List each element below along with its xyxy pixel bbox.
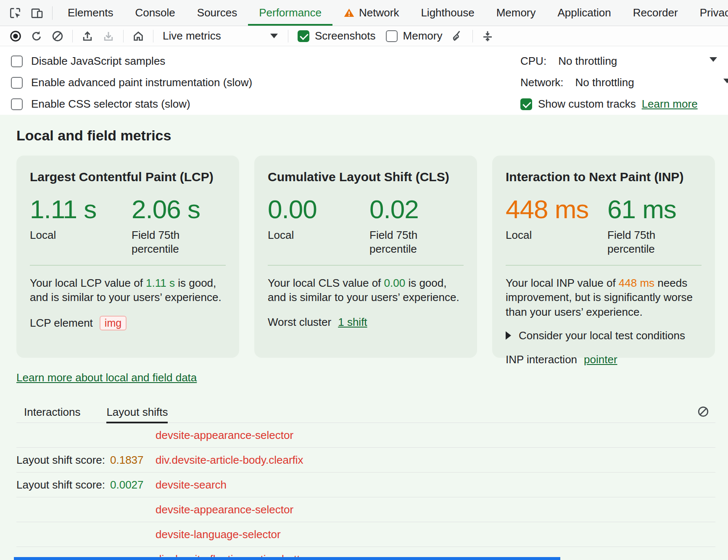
- performance-toolbar: Live metrics Screenshots Memory: [0, 26, 728, 46]
- setting-label: Disable JavaScript samples: [31, 55, 165, 68]
- broom-icon: [451, 30, 464, 42]
- clear-icon: [51, 30, 64, 42]
- layout-shift-row[interactable]: Layout shift score: 0.1837 div.devsite-a…: [16, 448, 715, 473]
- tab-memory[interactable]: Memory: [485, 0, 547, 26]
- disclosure-triangle-icon: [506, 331, 511, 340]
- device-toolbar-button[interactable]: [26, 2, 48, 24]
- lcp-description: Your local LCP value of 1.11 s is good, …: [30, 276, 226, 305]
- devtools-performance-panel: Elements Console Sources Performance Net…: [0, 0, 728, 560]
- network-throttling-select[interactable]: No throttling: [575, 76, 634, 89]
- collect-garbage-button[interactable]: [447, 27, 468, 45]
- page-title: Local and field metrics: [16, 127, 715, 144]
- local-label: Local: [268, 228, 369, 242]
- tab-privacy-sandbox[interactable]: Privacy Sandbox: [689, 0, 728, 26]
- card-divider: [30, 265, 226, 266]
- tab-sources[interactable]: Sources: [186, 0, 248, 26]
- inp-field-value: 61 ms: [607, 194, 709, 224]
- inp-description: Your local INP value of 448 ms needs imp…: [506, 276, 702, 319]
- local-label: Local: [30, 228, 132, 242]
- warning-icon: [343, 7, 355, 18]
- toolbar-divider: [288, 30, 288, 42]
- field-label: Field 75th percentile: [132, 228, 205, 256]
- checkbox-checked-icon: [298, 30, 309, 42]
- cls-local-value: 0.00: [268, 194, 369, 224]
- live-metrics-view: Local and field metrics Largest Contentf…: [0, 115, 728, 560]
- element-link[interactable]: devsite-search: [156, 478, 227, 491]
- screenshots-label: Screenshots: [315, 29, 376, 42]
- cpu-label: CPU:: [520, 55, 546, 68]
- tab-elements[interactable]: Elements: [57, 0, 124, 26]
- layout-shift-row[interactable]: Layout shift score: 0.0027 devsite-searc…: [16, 473, 715, 497]
- inp-local-value: 448 ms: [506, 194, 607, 224]
- inp-interaction-link[interactable]: pointer: [584, 353, 617, 366]
- metric-card-inp: Interaction to Next Paint (INP) 448 ms L…: [492, 156, 715, 358]
- home-button[interactable]: [128, 27, 149, 45]
- horizontal-scroll-indicator[interactable]: [14, 557, 560, 560]
- card-title: Cumulative Layout Shift (CLS): [268, 170, 464, 184]
- cls-field-value: 0.02: [369, 194, 471, 224]
- layout-shift-row[interactable]: devsite-appearance-selector: [16, 497, 715, 522]
- tab-layout-shifts[interactable]: Layout shifts: [106, 402, 168, 423]
- record-button[interactable]: [5, 27, 26, 45]
- element-link[interactable]: devsite-appearance-selector: [156, 503, 293, 516]
- element-link[interactable]: div.devsite-article-body.clearfix: [156, 454, 303, 467]
- network-label: Network:: [520, 76, 564, 89]
- learn-more-field-data-link[interactable]: Learn more about local and field data: [16, 371, 197, 384]
- checkbox-checked-icon: [520, 98, 532, 110]
- tab-network-label: Network: [359, 6, 399, 19]
- learn-more-link[interactable]: Learn more: [642, 98, 698, 111]
- layout-shift-row[interactable]: devsite-appearance-selector: [16, 423, 715, 448]
- reload-and-record-button[interactable]: [26, 27, 47, 45]
- network-throttling-row: Network: No throttling: [520, 72, 728, 93]
- tab-interactions[interactable]: Interactions: [24, 402, 80, 423]
- record-icon: [9, 30, 22, 42]
- tab-recorder[interactable]: Recorder: [622, 0, 689, 26]
- chevron-down-icon[interactable]: [723, 79, 728, 83]
- worst-cluster-link[interactable]: 1 shift: [338, 316, 367, 329]
- checkbox-unchecked-icon: [11, 77, 23, 89]
- device-toolbar-icon: [30, 6, 44, 20]
- tab-application[interactable]: Application: [547, 0, 622, 26]
- desc-value: 1.11 s: [146, 277, 175, 289]
- live-metrics-label: Live metrics: [163, 29, 221, 42]
- toolbar-divider: [153, 30, 153, 42]
- tab-lighthouse[interactable]: Lighthouse: [410, 0, 485, 26]
- live-metrics-dropdown[interactable]: Live metrics: [158, 29, 284, 42]
- checkbox-unchecked-icon: [11, 98, 23, 110]
- cpu-throttling-row: CPU: No throttling: [520, 50, 728, 72]
- load-profile-button[interactable]: [77, 27, 98, 45]
- element-link[interactable]: devsite-language-selector: [156, 528, 281, 541]
- inspect-element-button[interactable]: [4, 2, 26, 24]
- metric-cards: Largest Contentful Paint (LCP) 1.11 s Lo…: [16, 156, 715, 358]
- metric-card-lcp: Largest Contentful Paint (LCP) 1.11 s Lo…: [16, 156, 239, 358]
- shift-score-cell: Layout shift score: 0.1837: [16, 454, 156, 467]
- upload-icon: [81, 30, 94, 42]
- local-test-conditions-expander[interactable]: Consider your local test conditions: [506, 329, 702, 342]
- chevron-down-icon[interactable]: [710, 57, 717, 62]
- screenshots-checkbox[interactable]: Screenshots: [293, 29, 381, 42]
- tab-network[interactable]: Network: [332, 0, 410, 26]
- chevron-down-icon: [270, 34, 278, 38]
- toolbar-divider: [52, 6, 53, 20]
- devtools-tabbar: Elements Console Sources Performance Net…: [0, 0, 728, 26]
- memory-checkbox[interactable]: Memory: [381, 29, 448, 42]
- card-divider: [506, 265, 702, 266]
- toolbar-divider: [472, 30, 473, 42]
- log-tabbar: Interactions Layout shifts: [16, 402, 715, 423]
- throttling-settings: CPU: No throttling Network: No throttlin…: [520, 50, 728, 115]
- lcp-element-node-link[interactable]: img: [100, 316, 127, 330]
- element-link[interactable]: devsite-appearance-selector: [156, 429, 293, 442]
- clear-log-button[interactable]: [697, 405, 710, 418]
- save-profile-button[interactable]: [98, 27, 119, 45]
- clear-button[interactable]: [47, 27, 68, 45]
- shortcuts-dialog-button[interactable]: [477, 27, 498, 45]
- score-label: Layout shift score:: [16, 454, 105, 467]
- tab-console[interactable]: Console: [124, 0, 186, 26]
- cpu-throttling-select[interactable]: No throttling: [558, 55, 617, 68]
- worst-cluster-label: Worst cluster: [268, 316, 331, 329]
- score-label: Layout shift score:: [16, 478, 105, 491]
- tab-performance[interactable]: Performance: [248, 0, 332, 26]
- show-custom-tracks-checkbox[interactable]: Show custom tracks Learn more: [520, 93, 728, 115]
- layout-shift-row[interactable]: devsite-language-selector: [16, 522, 715, 547]
- toolbar-divider: [72, 30, 73, 42]
